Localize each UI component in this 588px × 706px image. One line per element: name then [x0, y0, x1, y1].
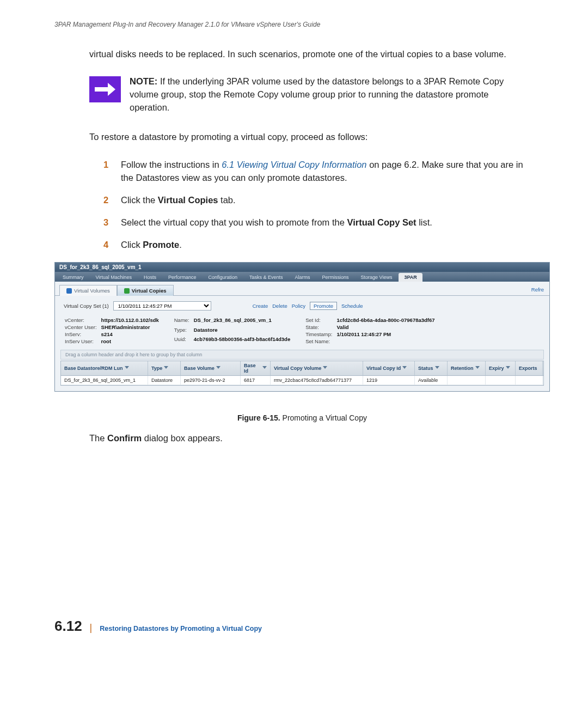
vcenter-value: https://10.112.0.102/sdk — [101, 317, 159, 323]
note-block: NOTE: If the underlying 3PAR volume used… — [89, 75, 525, 114]
step-number: 3 — [103, 216, 111, 229]
tab-configuration[interactable]: Configuration — [203, 273, 243, 282]
document-page: 3PAR Management Plug-In and Recovery Man… — [0, 0, 588, 656]
step-number: 2 — [103, 193, 111, 207]
timestamp-value: 1/10/2011 12:45:27 PM — [336, 331, 434, 337]
running-header: 3PAR Management Plug-In and Recovery Man… — [54, 21, 550, 28]
cell-expiry — [486, 376, 516, 385]
inserv-label: InServ: — [65, 331, 97, 337]
volume-icon — [66, 288, 72, 294]
step-body: Click Promote. — [121, 238, 182, 252]
step-4: 4 Click Promote. — [103, 238, 528, 252]
name-label: Name: — [174, 317, 189, 325]
tab-performance[interactable]: Performance — [163, 273, 202, 282]
ordered-steps: 1 Follow the instructions in 6.1 Viewing… — [103, 158, 528, 252]
virtual-copy-set-select[interactable]: 1/10/2011 12:45:27 PM — [113, 301, 211, 311]
step-body: Click the Virtual Copies tab. — [121, 193, 236, 207]
cell-retention — [448, 376, 486, 385]
footer-separator: | — [90, 622, 93, 634]
col-vcv[interactable]: Virtual Copy Volume — [271, 361, 363, 375]
policy-button[interactable]: Policy — [292, 303, 305, 309]
col-type[interactable]: Type — [148, 361, 181, 375]
sub-tab-virtual-volumes[interactable]: Virtual Volumes — [59, 285, 117, 296]
tab-hosts[interactable]: Hosts — [138, 273, 162, 282]
col-exports[interactable]: Exports — [516, 361, 543, 375]
timestamp-label: Timestamp: — [305, 331, 332, 337]
col-base-volume[interactable]: Base Volume — [181, 361, 241, 375]
arrow-right-icon — [89, 76, 121, 102]
vcenter-user-value: SHER\administrator — [101, 324, 159, 330]
cell-vcid: 1219 — [363, 376, 415, 385]
vcenter-label: vCenter: — [65, 317, 97, 323]
promote-button[interactable]: Promote — [310, 302, 337, 310]
sub-tab-virtual-copies[interactable]: Virtual Copies — [117, 285, 174, 296]
tab-storage-views[interactable]: Storage Views — [356, 273, 398, 282]
figure-label: Figure 6-15. — [237, 413, 280, 422]
inserv-user-value: root — [101, 338, 159, 344]
state-label: State: — [305, 324, 332, 330]
filter-icon[interactable] — [164, 366, 168, 370]
setname-label: Set Name: — [305, 338, 332, 344]
step-1: 1 Follow the instructions in 6.1 Viewing… — [103, 158, 528, 185]
refresh-link[interactable]: Refre — [531, 287, 544, 293]
state-value: Valid — [336, 324, 434, 330]
app-screenshot: DS_for_2k3_86_sql_2005_vm_1 Summary Virt… — [54, 262, 550, 392]
cell-status: Available — [415, 376, 448, 385]
group-by-hint[interactable]: Drag a column header and drop it here to… — [60, 350, 544, 360]
filter-icon[interactable] — [323, 366, 327, 370]
cell-vcv: rmv_22cbac475c8cd7adb64771377 — [271, 376, 363, 385]
step-3: 3 Select the virtual copy that you wish … — [103, 216, 528, 229]
col-vcid[interactable]: Virtual Copy Id — [363, 361, 415, 375]
filter-icon[interactable] — [435, 366, 439, 370]
schedule-button[interactable]: Schedule — [341, 303, 363, 309]
col-expiry[interactable]: Expiry — [486, 361, 516, 375]
name-value: DS_for_2k3_86_sql_2005_vm_1 — [194, 317, 290, 325]
cross-ref-link[interactable]: 6.1 Viewing Virtual Copy Information — [222, 160, 366, 169]
step-body: Follow the instructions in 6.1 Viewing V… — [121, 158, 528, 185]
type-label: Type: — [174, 327, 189, 335]
lead-paragraph: To restore a datastore by promoting a vi… — [89, 131, 525, 144]
col-retention[interactable]: Retention — [448, 361, 486, 375]
window-title: DS_for_2k3_86_sql_2005_vm_1 — [55, 263, 549, 272]
setid-value: 1cfd2c8d-6b6a-4daa-800c-079678a3df67 — [336, 317, 434, 323]
details-panel: vCenter:https://10.112.0.102/sdk vCenter… — [55, 315, 549, 349]
tab-3par[interactable]: 3PAR — [399, 273, 422, 282]
col-base-datastore[interactable]: Base Datastore/RDM Lun — [61, 361, 148, 375]
toolbar-row: Virtual Copy Set (1) 1/10/2011 12:45:27 … — [55, 296, 549, 315]
step-number: 1 — [103, 158, 111, 185]
filter-icon[interactable] — [216, 366, 220, 370]
filter-icon[interactable] — [475, 366, 480, 370]
col-base-id[interactable]: Base Id — [241, 361, 271, 375]
create-button[interactable]: Create — [253, 303, 268, 309]
type-value: Datastore — [194, 327, 290, 335]
note-text: NOTE: If the underlying 3PAR volume used… — [130, 75, 525, 114]
page-footer: 6.12 | Restoring Datastores by Promoting… — [54, 618, 550, 635]
step-number: 4 — [103, 238, 111, 252]
grid-header: Base Datastore/RDM Lun Type Base Volume … — [61, 361, 543, 376]
tab-alarms[interactable]: Alarms — [290, 273, 316, 282]
uuid-value: 4cb769b3-58b00356-a4f3-b8ac6f14d3de — [194, 336, 290, 344]
setname-value — [336, 338, 434, 344]
footer-section-title: Restoring Datastores by Promoting a Virt… — [100, 625, 262, 632]
filter-icon[interactable] — [125, 366, 129, 370]
cell-exports — [516, 376, 543, 385]
tab-virtual-machines[interactable]: Virtual Machines — [90, 273, 137, 282]
cell-base-volume: pe2970-21-ds-vv-2 — [181, 376, 241, 385]
table-row[interactable]: DS_for_2k3_86_sql_2005_vm_1 Datastore pe… — [61, 376, 543, 385]
filter-icon[interactable] — [506, 366, 510, 370]
cell-base-id: 6817 — [241, 376, 271, 385]
cell-type: Datastore — [148, 376, 181, 385]
delete-button[interactable]: Delete — [272, 303, 287, 309]
tab-permissions[interactable]: Permissions — [317, 273, 354, 282]
filter-icon[interactable] — [402, 366, 407, 370]
cell-base-datastore: DS_for_2k3_86_sql_2005_vm_1 — [61, 376, 148, 385]
step-body: Select the virtual copy that you wish to… — [121, 216, 432, 229]
setid-label: Set Id: — [305, 317, 332, 323]
note-label: NOTE: — [130, 76, 157, 86]
tab-tasks-events[interactable]: Tasks & Events — [244, 273, 289, 282]
filter-icon[interactable] — [262, 366, 267, 370]
figure-caption: Figure 6-15. Promoting a Virtual Copy — [54, 413, 550, 422]
intro-paragraph: virtual disks needs to be replaced. In s… — [89, 48, 525, 61]
tab-summary[interactable]: Summary — [57, 273, 89, 282]
col-status[interactable]: Status — [415, 361, 448, 375]
